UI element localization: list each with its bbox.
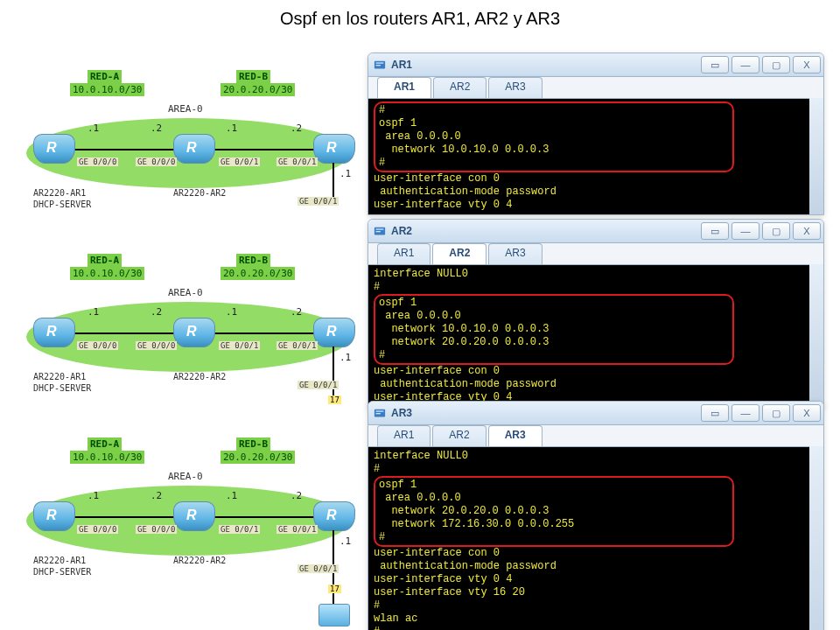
router-r3[interactable]	[313, 318, 355, 347]
svg-rect-5	[376, 231, 381, 232]
maximize-button[interactable]: ▢	[762, 222, 790, 240]
link-2	[210, 332, 315, 334]
port-num: 17	[328, 584, 341, 593]
topology-column: RED-A 10.0.10.0/30 RED-B 20.0.20.0/30 AR…	[18, 70, 359, 630]
topology-diagram-2: RED-A 10.0.10.0/30 RED-B 20.0.20.0/30 AR…	[18, 254, 359, 411]
ip-dot: .2	[150, 306, 162, 318]
intf-drop: GE 0/0/1	[298, 564, 339, 573]
red-b-title: RED-B	[236, 70, 270, 83]
terminal-ar1: AR1 ▭ — ▢ X AR1 AR2 AR3 # ospf 1 area 0.…	[368, 52, 824, 215]
close-button[interactable]: X	[793, 222, 821, 240]
router-r2[interactable]	[173, 318, 215, 347]
expand-button[interactable]: ▭	[701, 222, 729, 240]
terminal-ar3: AR3 ▭ — ▢ X AR1 AR2 AR3 interface NULL0 …	[368, 401, 824, 630]
red-b-net: 20.0.20.0/30	[220, 267, 295, 280]
minimize-button[interactable]: —	[732, 404, 760, 422]
red-b-net: 20.0.20.0/30	[220, 451, 295, 464]
ip-dot: .2	[290, 306, 302, 318]
tab-ar1[interactable]: AR1	[377, 425, 430, 446]
router-r1[interactable]	[33, 318, 75, 347]
ip-dot: .1	[88, 306, 99, 318]
switch-icon[interactable]	[318, 604, 350, 626]
red-b-net: 20.0.20.0/30	[220, 83, 295, 96]
router-r2[interactable]	[173, 134, 215, 164]
tab-ar2[interactable]: AR2	[432, 243, 486, 264]
r1-name: AR2220-AR1	[33, 372, 86, 382]
intf-label: GE 0/0/0	[77, 525, 118, 534]
link-1	[70, 332, 175, 334]
ip-dot: .1	[88, 490, 99, 501]
svg-rect-1	[376, 62, 384, 63]
page-title: Ospf en los routers AR1, AR2 y AR3	[0, 0, 840, 38]
tab-ar1[interactable]: AR1	[377, 77, 431, 98]
minimize-button[interactable]: —	[732, 56, 760, 74]
scrollbar[interactable]	[809, 446, 823, 630]
ip-dot: .2	[290, 490, 302, 501]
svg-rect-7	[376, 410, 384, 411]
close-button[interactable]: X	[793, 56, 821, 74]
topology-diagram-3: RED-A 10.0.10.0/30 RED-B 20.0.20.0/30 AR…	[18, 438, 359, 630]
ip-dot: .1	[226, 490, 237, 501]
red-a-title: RED-A	[88, 70, 122, 83]
expand-button[interactable]: ▭	[701, 404, 729, 422]
router-r1[interactable]	[33, 134, 75, 164]
minimize-button[interactable]: —	[732, 222, 760, 240]
ospf-highlight: ospf 1 area 0.0.0.0 network 10.0.10.0 0.…	[374, 294, 734, 365]
window-titlebar[interactable]: AR3 ▭ — ▢ X	[368, 402, 823, 425]
scrollbar[interactable]	[809, 98, 823, 214]
ip-dot: .2	[290, 122, 302, 134]
terminal-text: user-interface con 0 authentication-mode…	[374, 172, 556, 211]
app-icon	[374, 225, 386, 237]
window-titlebar[interactable]: AR2 ▭ — ▢ X	[368, 220, 823, 243]
intf-label: GE 0/0/0	[136, 158, 177, 166]
router-r3[interactable]	[313, 501, 355, 531]
expand-button[interactable]: ▭	[701, 56, 729, 74]
terminal-body[interactable]: # ospf 1 area 0.0.0.0 network 10.0.10.0 …	[368, 99, 823, 214]
maximize-button[interactable]: ▢	[762, 56, 790, 74]
router-r2[interactable]	[173, 501, 215, 531]
router-r3[interactable]	[313, 134, 355, 164]
ip-dot: .2	[150, 490, 162, 501]
terminal-text: user-interface con 0 authentication-mode…	[374, 547, 556, 630]
link-2	[210, 149, 315, 150]
tab-bar: AR1 AR2 AR3	[368, 77, 823, 99]
ospf-highlight: ospf 1 area 0.0.0.0 network 20.0.20.0 0.…	[374, 476, 734, 547]
tab-ar3[interactable]: AR3	[488, 425, 542, 446]
tab-ar2[interactable]: AR2	[433, 77, 486, 98]
window-titlebar[interactable]: AR1 ▭ — ▢ X	[368, 53, 823, 77]
ip-drop: .1	[340, 536, 351, 547]
svg-rect-4	[376, 228, 384, 229]
link-1	[70, 149, 175, 150]
ip-drop: .1	[340, 352, 351, 363]
svg-rect-2	[376, 65, 381, 66]
area-label: AREA-0	[168, 471, 203, 482]
r2-name: AR2220-AR2	[173, 556, 226, 565]
app-icon	[374, 407, 386, 419]
ip-dot: .1	[88, 122, 99, 134]
terminal-body[interactable]: interface NULL0 # ospf 1 area 0.0.0.0 ne…	[368, 447, 823, 630]
tab-bar: AR1 AR2 AR3	[368, 243, 823, 265]
intf-label: GE 0/0/1	[219, 525, 260, 534]
scrollbar[interactable]	[809, 264, 823, 407]
ospf-highlight: # ospf 1 area 0.0.0.0 network 10.0.10.0 …	[374, 102, 734, 172]
red-a-title: RED-A	[88, 438, 122, 451]
window-title: AR3	[391, 407, 412, 419]
intf-label: GE 0/0/0	[77, 158, 118, 166]
window-title: AR1	[391, 59, 412, 71]
red-a-net: 10.0.10.0/30	[70, 83, 144, 96]
red-a-net: 10.0.10.0/30	[70, 267, 144, 280]
app-icon	[374, 59, 386, 71]
close-button[interactable]: X	[793, 404, 821, 422]
tab-ar3[interactable]: AR3	[488, 243, 542, 264]
tab-ar3[interactable]: AR3	[488, 77, 542, 98]
intf-drop: GE 0/0/1	[298, 381, 339, 389]
red-a-net: 10.0.10.0/30	[70, 451, 144, 464]
r2-name: AR2220-AR2	[173, 372, 226, 382]
tab-ar1[interactable]: AR1	[377, 243, 430, 264]
router-r1[interactable]	[33, 501, 75, 531]
intf-label: GE 0/0/0	[136, 341, 177, 350]
tab-ar2[interactable]: AR2	[432, 425, 486, 446]
maximize-button[interactable]: ▢	[762, 404, 790, 422]
terminal-body[interactable]: interface NULL0 # ospf 1 area 0.0.0.0 ne…	[368, 265, 823, 407]
intf-label: GE 0/0/0	[136, 525, 177, 534]
